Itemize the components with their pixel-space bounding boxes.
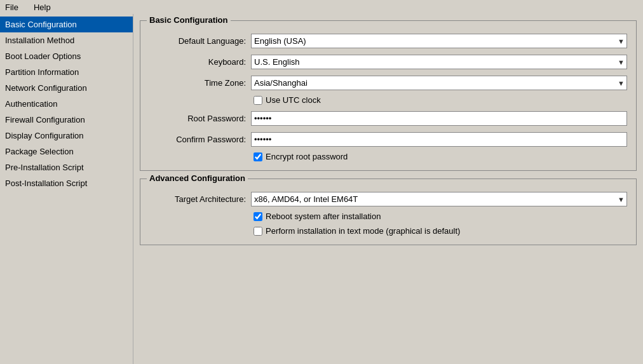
target-arch-row: Target Architecture: x86, AMD64, or Inte… (149, 192, 627, 206)
default-language-label: Default Language: (149, 36, 251, 46)
basic-config-section: Basic Configuration Default Language: En… (140, 20, 637, 171)
encrypt-root-row: Encrypt root password (149, 152, 627, 161)
root-password-label: Root Password: (149, 114, 251, 123)
sidebar-item-partition-information[interactable]: Partition Information (0, 64, 133, 80)
basic-config-title: Basic Configuration (147, 15, 231, 25)
sidebar-item-basic-configuration[interactable]: Basic Configuration (0, 17, 133, 32)
time-zone-row: Time Zone: Asia/Shanghai ▼ (149, 76, 627, 90)
utc-clock-text: Use UTC clock (266, 95, 321, 105)
default-language-select[interactable]: English (USA) (251, 34, 627, 48)
sidebar-item-package-selection[interactable]: Package Selection (0, 144, 133, 159)
content-area: Basic Configuration Default Language: En… (133, 14, 643, 364)
confirm-password-label: Confirm Password: (149, 135, 251, 144)
target-arch-select[interactable]: x86, AMD64, or Intel EM64T (251, 192, 627, 206)
encrypt-root-text: Encrypt root password (266, 152, 348, 161)
sidebar-item-post-installation-script[interactable]: Post-Installation Script (0, 175, 133, 191)
reboot-text: Reboot system after installation (266, 212, 381, 221)
confirm-password-row: Confirm Password: (149, 132, 627, 147)
text-mode-label[interactable]: Perform installation in text mode (graph… (254, 226, 460, 236)
time-zone-label: Time Zone: (149, 78, 251, 88)
keyboard-row: Keyboard: U.S. English ▼ (149, 55, 627, 69)
sidebar-item-display-configuration[interactable]: Display Configuration (0, 128, 133, 144)
sidebar-item-pre-installation-script[interactable]: Pre-Installation Script (0, 159, 133, 175)
sidebar-item-installation-method[interactable]: Installation Method (0, 32, 133, 48)
time-zone-wrapper: Asia/Shanghai ▼ (251, 76, 627, 90)
advanced-config-title: Advanced Configuration (147, 173, 248, 183)
default-language-wrapper: English (USA) ▼ (251, 34, 627, 48)
utc-clock-label[interactable]: Use UTC clock (254, 95, 321, 105)
reboot-label[interactable]: Reboot system after installation (254, 212, 381, 221)
root-password-input[interactable] (251, 111, 627, 126)
sidebar-item-network-configuration[interactable]: Network Configuration (0, 80, 133, 96)
root-password-row: Root Password: (149, 111, 627, 126)
keyboard-wrapper: U.S. English ▼ (251, 55, 627, 69)
text-mode-text: Perform installation in text mode (graph… (266, 226, 460, 236)
target-arch-label: Target Architecture: (149, 194, 251, 204)
menu-file[interactable]: File (3, 1, 21, 13)
utc-clock-row: Use UTC clock (149, 95, 627, 105)
text-mode-row: Perform installation in text mode (graph… (149, 226, 627, 236)
reboot-row: Reboot system after installation (149, 212, 627, 221)
advanced-config-section: Advanced Configuration Target Architectu… (140, 179, 637, 245)
encrypt-root-label[interactable]: Encrypt root password (254, 152, 348, 161)
text-mode-checkbox[interactable] (254, 227, 262, 236)
menubar: File Help (0, 0, 643, 14)
menu-help[interactable]: Help (31, 1, 53, 13)
sidebar-item-firewall-configuration[interactable]: Firewall Configuration (0, 112, 133, 128)
sidebar-item-authentication[interactable]: Authentication (0, 96, 133, 112)
target-arch-wrapper: x86, AMD64, or Intel EM64T ▼ (251, 192, 627, 206)
sidebar-item-boot-loader-options[interactable]: Boot Loader Options (0, 48, 133, 64)
encrypt-root-checkbox[interactable] (254, 152, 262, 161)
confirm-password-input[interactable] (251, 132, 627, 147)
utc-clock-checkbox[interactable] (254, 96, 262, 105)
keyboard-label: Keyboard: (149, 57, 251, 67)
sidebar: Basic Configuration Installation Method … (0, 14, 133, 364)
main-layout: Basic Configuration Installation Method … (0, 14, 643, 364)
time-zone-select[interactable]: Asia/Shanghai (251, 76, 627, 90)
keyboard-select[interactable]: U.S. English (251, 55, 627, 69)
default-language-row: Default Language: English (USA) ▼ (149, 34, 627, 48)
reboot-checkbox[interactable] (254, 212, 262, 221)
